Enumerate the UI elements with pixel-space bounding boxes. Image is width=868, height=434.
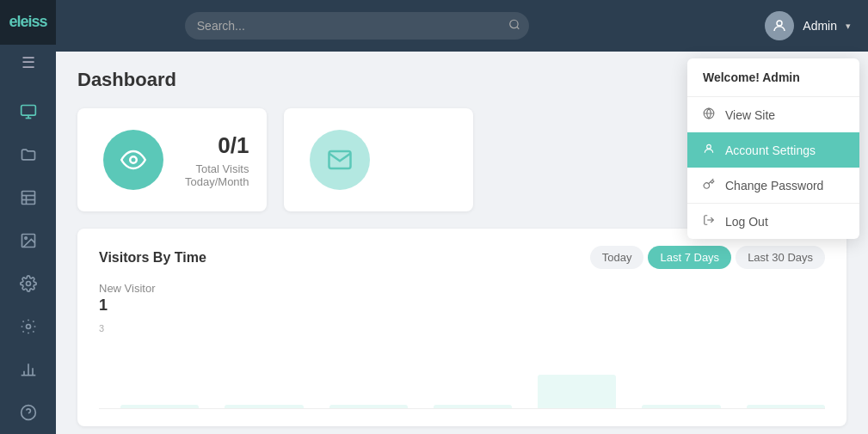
svg-rect-3 bbox=[22, 192, 34, 205]
gear-icon bbox=[20, 275, 37, 292]
svg-point-22 bbox=[707, 144, 711, 149]
cog-icon bbox=[20, 318, 37, 335]
chart-baseline bbox=[99, 408, 825, 409]
menu-toggle[interactable]: ☰ bbox=[0, 45, 56, 82]
account-settings-label: Account Settings bbox=[725, 144, 816, 157]
svg-point-9 bbox=[26, 282, 30, 286]
search-icon[interactable] bbox=[508, 19, 520, 34]
svg-rect-0 bbox=[21, 106, 35, 116]
visitors-chart: 3 bbox=[99, 323, 825, 409]
visitors-title: Visitors By Time bbox=[99, 250, 206, 266]
monitor-icon bbox=[20, 103, 37, 120]
table-icon bbox=[20, 189, 37, 206]
sidebar: eleiss ☰ bbox=[0, 0, 56, 434]
visits-info: 0/1 Total Visits Today/Month bbox=[185, 132, 249, 188]
bar-chart-icon bbox=[20, 361, 37, 378]
visits-icon-circle bbox=[103, 130, 163, 190]
search-input[interactable] bbox=[185, 12, 529, 40]
user-menu-trigger[interactable]: Admin ▾ Welcome! Admin View Site → Accou… bbox=[765, 11, 851, 40]
sidebar-item-table[interactable] bbox=[0, 176, 56, 219]
sidebar-item-chart[interactable] bbox=[0, 348, 56, 391]
chevron-down-icon: ▾ bbox=[846, 21, 851, 32]
sidebar-item-gallery[interactable] bbox=[0, 219, 56, 262]
folder-icon bbox=[20, 146, 37, 163]
messages-icon-circle bbox=[310, 130, 370, 190]
svg-point-19 bbox=[777, 21, 782, 26]
time-filter-last30[interactable]: Last 30 Days bbox=[736, 246, 825, 269]
time-filters: Today Last 7 Days Last 30 Days bbox=[590, 246, 825, 269]
new-visitor-value: 1 bbox=[99, 296, 156, 315]
view-site-label: View Site bbox=[725, 108, 775, 122]
key-icon bbox=[703, 178, 717, 193]
svg-point-8 bbox=[24, 237, 26, 240]
visits-label: Total Visits Today/Month bbox=[185, 162, 249, 188]
help-icon bbox=[20, 404, 37, 421]
chart-bar-5 bbox=[538, 375, 616, 409]
sidebar-item-settings[interactable] bbox=[0, 262, 56, 305]
visitors-header: Visitors By Time Today Last 7 Days Last … bbox=[99, 246, 825, 269]
visits-value: 0/1 bbox=[185, 132, 249, 159]
main-area: Admin ▾ Welcome! Admin View Site → Accou… bbox=[56, 0, 868, 434]
chart-bars bbox=[120, 340, 825, 409]
messages-card bbox=[284, 108, 473, 211]
visitors-section: Visitors By Time Today Last 7 Days Last … bbox=[77, 229, 846, 426]
svg-point-10 bbox=[26, 325, 30, 329]
sidebar-item-cog[interactable] bbox=[0, 305, 56, 348]
sidebar-item-help[interactable] bbox=[0, 391, 56, 434]
time-filter-today[interactable]: Today bbox=[590, 246, 644, 269]
chart-y-label: 3 bbox=[99, 323, 104, 333]
admin-name: Admin bbox=[803, 19, 837, 33]
visitor-stats: New Visitor 1 bbox=[99, 282, 825, 315]
dropdown-welcome: Welcome! Admin bbox=[687, 58, 859, 97]
header: Admin ▾ Welcome! Admin View Site → Accou… bbox=[56, 0, 868, 52]
user-icon bbox=[703, 143, 717, 157]
globe-icon bbox=[703, 107, 717, 122]
mail-icon bbox=[327, 147, 353, 173]
gallery-icon bbox=[20, 232, 37, 249]
change-password-label: Change Password bbox=[725, 179, 823, 193]
new-visitor-stat: New Visitor 1 bbox=[99, 282, 156, 315]
search-bar bbox=[185, 12, 529, 40]
dropdown-account-settings[interactable]: → Account Settings bbox=[687, 132, 859, 168]
svg-line-18 bbox=[516, 27, 519, 29]
dropdown-logout[interactable]: Log Out bbox=[687, 204, 859, 239]
dropdown-view-site[interactable]: View Site bbox=[687, 97, 859, 132]
logout-icon bbox=[703, 214, 717, 229]
new-visitor-label: New Visitor bbox=[99, 282, 156, 295]
dropdown-change-password[interactable]: Change Password bbox=[687, 168, 859, 203]
sidebar-item-folder[interactable] bbox=[0, 133, 56, 176]
svg-point-24 bbox=[130, 156, 137, 163]
visits-card: 0/1 Total Visits Today/Month bbox=[77, 108, 267, 211]
eye-icon bbox=[120, 147, 146, 173]
time-filter-last7[interactable]: Last 7 Days bbox=[648, 246, 731, 269]
sidebar-nav bbox=[0, 90, 56, 434]
avatar bbox=[765, 11, 794, 40]
sidebar-item-dashboard[interactable] bbox=[0, 90, 56, 133]
svg-point-17 bbox=[510, 20, 518, 28]
app-logo: eleiss bbox=[0, 0, 56, 45]
logout-label: Log Out bbox=[725, 215, 768, 229]
user-dropdown: Welcome! Admin View Site → Account Setti… bbox=[687, 58, 859, 239]
